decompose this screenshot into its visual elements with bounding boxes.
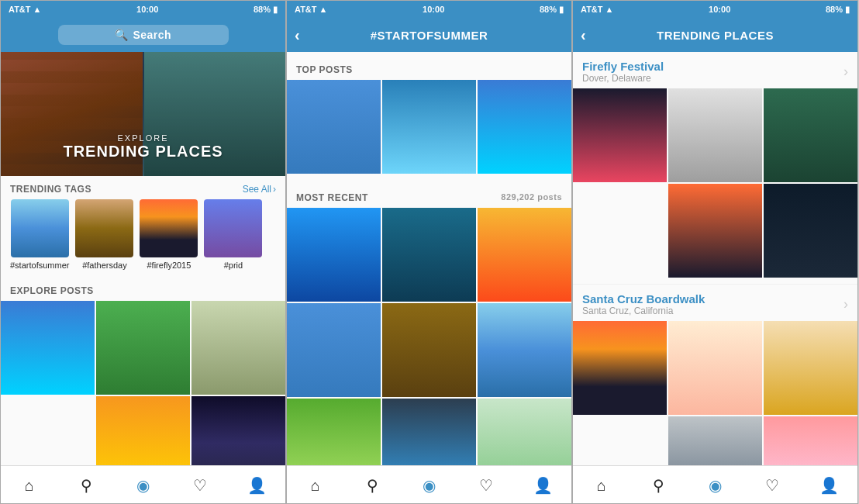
explore-cell-4[interactable]: [191, 396, 285, 465]
tag-thumb-fathersday: [75, 199, 133, 257]
tab-profile-2[interactable]: 👤: [527, 474, 558, 497]
tab-camera-1[interactable]: ◉: [127, 474, 158, 497]
firefly-chevron-icon: ›: [843, 64, 848, 80]
firefly-photo-1[interactable]: [668, 88, 762, 182]
explore-cell-3[interactable]: [96, 396, 190, 465]
place-santa-cruz: Santa Cruz Boardwalk Santa Cruz, Califor…: [573, 285, 857, 465]
trending-tags-list: #startofsummer #fathersday #firefly2015 …: [1, 199, 285, 279]
posts-count: 829,202 posts: [501, 192, 562, 202]
tag-name-fathersday: #fathersday: [82, 261, 126, 270]
tab-profile-1[interactable]: 👤: [241, 474, 272, 497]
tab-activity-1[interactable]: ♡: [185, 474, 216, 497]
status-left-1: AT&T ▲: [9, 5, 41, 14]
santa-cruz-name: Santa Cruz Boardwalk: [582, 292, 705, 306]
tag-item-firefly2015[interactable]: #firefly2015: [140, 199, 198, 270]
top-post-2[interactable]: [478, 80, 571, 174]
recent-post-8[interactable]: [478, 399, 571, 465]
wifi-icon-3: ▲: [605, 5, 614, 14]
back-button-3[interactable]: ‹: [581, 26, 586, 44]
tag-item-fathersday[interactable]: #fathersday: [75, 199, 133, 270]
search-icon-3: ⚲: [653, 476, 664, 495]
tab-camera-3[interactable]: ◉: [699, 474, 730, 497]
recent-post-5[interactable]: [478, 303, 571, 397]
see-all-link[interactable]: See All ›: [243, 184, 276, 195]
status-bar-2: AT&T ▲ 10:00 88% ▮: [287, 1, 571, 18]
camera-icon-1: ◉: [136, 476, 150, 495]
top-posts-grid: [287, 80, 571, 174]
home-icon-2: ⌂: [311, 477, 320, 495]
profile-icon-2: 👤: [533, 476, 553, 495]
tag-item-pride[interactable]: #prid: [204, 199, 262, 270]
phone-2-content: TOP POSTS MOST RECENT 829,202 posts: [287, 52, 571, 465]
see-all-text: See All: [243, 184, 271, 195]
phones-container: AT&T ▲ 10:00 88% ▮ 🔍 Search: [0, 0, 859, 504]
tag-item-startofsummer[interactable]: #startofsummer: [10, 199, 69, 270]
santa-cruz-chevron-icon: ›: [843, 296, 848, 312]
status-bar-1: AT&T ▲ 10:00 88% ▮: [1, 1, 285, 18]
top-posts-label: TOP POSTS: [287, 58, 571, 80]
tag-name-firefly2015: #firefly2015: [147, 261, 191, 270]
firefly-photo-0[interactable]: [573, 88, 667, 182]
home-icon-1: ⌂: [25, 477, 34, 495]
battery-2: 88%: [540, 5, 557, 14]
carrier-1: AT&T: [9, 5, 31, 14]
firefly-photo-4[interactable]: [764, 184, 857, 278]
hero-text: EXPLORE TRENDING PLACES: [1, 133, 285, 161]
tab-profile-3[interactable]: 👤: [813, 474, 844, 497]
tag-thumb-startofsummer: [11, 199, 69, 257]
recent-post-6[interactable]: [287, 399, 381, 465]
explore-cell-0[interactable]: [1, 301, 95, 395]
recent-post-3[interactable]: [287, 303, 381, 397]
santa-cruz-header[interactable]: Santa Cruz Boardwalk Santa Cruz, Califor…: [573, 285, 857, 321]
tab-camera-2[interactable]: ◉: [413, 474, 444, 497]
santa-cruz-photo-4[interactable]: [764, 416, 857, 465]
tag-thumb-firefly2015: [140, 199, 198, 257]
explore-posts-title: EXPLORE POSTS: [1, 279, 285, 301]
tab-search-1[interactable]: ⚲: [71, 474, 102, 497]
santa-cruz-photo-2[interactable]: [764, 321, 857, 415]
santa-cruz-photo-1[interactable]: [668, 321, 762, 415]
explore-cell-2[interactable]: [191, 301, 285, 395]
top-post-1[interactable]: [382, 80, 476, 174]
search-icon-1: ⚲: [81, 476, 92, 495]
tab-bar-1: ⌂ ⚲ ◉ ♡ 👤: [1, 465, 285, 503]
tab-search-3[interactable]: ⚲: [643, 474, 674, 497]
firefly-header[interactable]: Firefly Festival Dover, Delaware ›: [573, 52, 857, 88]
santa-cruz-photo-3[interactable]: [668, 416, 762, 465]
recent-post-4[interactable]: [382, 303, 476, 397]
back-button-2[interactable]: ‹: [295, 26, 300, 44]
recent-post-7[interactable]: [382, 399, 476, 465]
phone-trending-places: AT&T ▲ 10:00 88% ▮ ‹ TRENDING PLACES Fir…: [572, 0, 858, 504]
firefly-photos-grid: [573, 88, 857, 284]
carrier-3: AT&T: [581, 5, 603, 14]
phone-3-content: Firefly Festival Dover, Delaware ›: [573, 52, 857, 465]
nav-bar-3: ‹ TRENDING PLACES: [573, 18, 857, 52]
tab-bar-3: ⌂ ⚲ ◉ ♡ 👤: [573, 465, 857, 503]
wifi-icon-2: ▲: [319, 5, 328, 14]
firefly-photo-2[interactable]: [764, 88, 857, 182]
explore-cell-1[interactable]: [96, 301, 190, 395]
tab-search-2[interactable]: ⚲: [357, 474, 388, 497]
trending-tags-title: TRENDING TAGS: [10, 184, 91, 195]
tab-home-2[interactable]: ⌂: [300, 474, 331, 497]
time-3: 10:00: [709, 5, 730, 14]
firefly-info: Firefly Festival Dover, Delaware: [582, 60, 664, 84]
trending-tags-header: TRENDING TAGS See All ›: [1, 176, 285, 199]
camera-icon-2: ◉: [423, 476, 436, 495]
recent-grid: [287, 208, 571, 465]
phone-explore: AT&T ▲ 10:00 88% ▮ 🔍 Search: [0, 0, 286, 504]
top-post-0[interactable]: [287, 80, 381, 174]
tab-activity-2[interactable]: ♡: [471, 474, 502, 497]
time-1: 10:00: [136, 5, 158, 14]
recent-post-0[interactable]: [287, 208, 381, 302]
firefly-photo-3[interactable]: [668, 184, 762, 278]
santa-cruz-photo-0[interactable]: [573, 321, 667, 415]
search-icon: 🔍: [115, 29, 129, 41]
tab-home-1[interactable]: ⌂: [14, 474, 45, 497]
tab-activity-3[interactable]: ♡: [757, 474, 788, 497]
recent-post-2[interactable]: [478, 208, 571, 302]
explore-hero: EXPLORE TRENDING PLACES: [1, 52, 285, 176]
tab-home-3[interactable]: ⌂: [586, 474, 617, 497]
recent-post-1[interactable]: [382, 208, 476, 302]
search-box[interactable]: 🔍 Search: [58, 25, 229, 45]
